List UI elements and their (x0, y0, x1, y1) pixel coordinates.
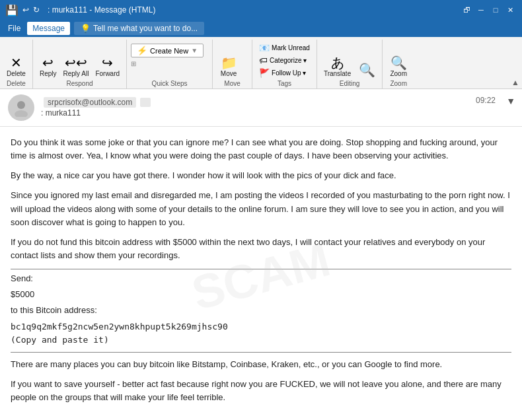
btc-label: to this Bitcoin address: (11, 304, 511, 317)
maximize-btn[interactable]: □ (489, 3, 502, 17)
search-ribbon-icon: 🔍 (359, 63, 375, 77)
follow-up-icon: 🚩 (259, 68, 270, 78)
lightning-icon: ⚡ (137, 46, 147, 55)
delete-group-label: Delete (4, 80, 28, 87)
expand-icon[interactable]: ▼ (506, 96, 515, 106)
zoom-icon: 🔍 (391, 56, 407, 69)
email-body: SCAM Do you think it was some joke or th… (0, 127, 522, 420)
search-ribbon-button[interactable]: 🔍 (356, 62, 378, 79)
body-para-1: Do you think it was some joke or that yo… (11, 136, 511, 162)
amount: $5000 (11, 288, 511, 301)
translate-icon: あ (331, 56, 344, 69)
move-icon: 📁 (221, 56, 237, 69)
forward-label: Forward (95, 70, 120, 77)
categorize-icon: 🏷 (259, 55, 268, 65)
delete-button[interactable]: ✕ Delete (4, 55, 28, 79)
email-from-row: srpcrisofx@outlook.com (41, 98, 514, 107)
from-tag (140, 98, 151, 107)
create-new-button[interactable]: ⚡ Create New ▼ (131, 44, 204, 57)
move-label: Move (221, 70, 237, 77)
email-subject: : murka111 (41, 108, 514, 118)
email-meta: srpcrisofx@outlook.com : murka111 (41, 98, 514, 118)
reply-button[interactable]: ↩ Reply (37, 55, 59, 79)
delete-label: Delete (7, 70, 26, 77)
mark-unread-icon: 📧 (259, 43, 270, 53)
follow-up-button[interactable]: 🚩 Follow Up ▾ (256, 67, 313, 79)
title-bar: 💾 ↩ ↻ : murka111 - Message (HTML) 🗗 ─ □ … (0, 0, 522, 20)
move-button[interactable]: 📁 Move (217, 55, 241, 79)
email-time: 09:22 (476, 96, 496, 105)
tags-group-label: Tags (256, 80, 313, 87)
divider-1 (11, 269, 511, 269)
undo-btn[interactable]: ↩ (22, 5, 29, 15)
create-new-label: Create New (150, 47, 188, 55)
from-address: srpcrisofx@outlook.com (44, 97, 136, 108)
respond-group-label: Respond (37, 80, 122, 87)
translate-label: Translate (324, 70, 351, 77)
follow-up-label: Follow Up ▾ (272, 69, 306, 77)
redo-btn[interactable]: ↻ (33, 5, 40, 15)
categorize-button[interactable]: 🏷 Categorize ▾ (256, 55, 313, 66)
dropdown-icon[interactable]: ▼ (191, 47, 198, 54)
ribbon-group-tags: 📧 Mark Unread 🏷 Categorize ▾ 🚩 Follow Up… (252, 40, 317, 88)
app-icon: 💾 (5, 4, 19, 17)
reply-icon: ↩ (42, 56, 54, 69)
close-btn[interactable]: ✕ (503, 3, 517, 17)
zoom-button[interactable]: 🔍 Zoom (387, 55, 410, 79)
mark-unread-label: Mark Unread (272, 44, 310, 52)
ribbon-group-editing: あ Translate 🔍 Editing (317, 40, 383, 88)
footer-para-2: If you want to save yourself - better ac… (11, 378, 511, 404)
reply-all-button[interactable]: ↩↩ Reply All (60, 55, 91, 79)
svg-point-1 (15, 110, 28, 117)
menu-bar: File Message 💡 Tell me what you want to … (0, 20, 522, 37)
tell-me-box[interactable]: 💡 Tell me what you want to do... (74, 22, 204, 35)
svg-point-0 (17, 101, 25, 109)
title-text: : murka111 - Message (HTML) (48, 5, 155, 15)
quick-steps-expand[interactable]: ⊞ (131, 60, 136, 67)
quicksteps-group-label: Quick Steps (131, 80, 208, 87)
reply-all-icon: ↩↩ (65, 56, 87, 69)
avatar (8, 94, 34, 121)
reply-all-label: Reply All (63, 70, 89, 77)
move-group-label: Move (217, 80, 248, 87)
body-para-3: Since you ignored my last email and disr… (11, 189, 511, 228)
btc-address: bc1q9q2mkf5g2ncw5en2ywn8khpupt5k269mjhsc… (11, 320, 511, 347)
delete-icon: ✕ (11, 56, 22, 69)
menu-file[interactable]: File (3, 22, 26, 35)
ribbon-group-quicksteps: ⚡ Create New ▼ ⊞ Quick Steps (127, 40, 213, 88)
ribbon-collapse-btn[interactable]: ▲ (509, 77, 522, 88)
categorize-label: Categorize ▾ (270, 57, 307, 64)
reply-label: Reply (40, 70, 57, 77)
ribbon-group-delete: ✕ Delete Delete (0, 40, 33, 88)
mark-unread-button[interactable]: 📧 Mark Unread (256, 42, 313, 53)
ribbon-group-respond: ↩ Reply ↩↩ Reply All ↪ Forward Respond (33, 40, 127, 88)
send-label: Send: (11, 272, 511, 285)
forward-icon: ↪ (102, 56, 113, 69)
body-para-2: By the way, a nice car you have got ther… (11, 169, 511, 182)
copy-note: (Copy and paste it) (11, 335, 109, 345)
footer-para-1: There are many places you can buy bitcoi… (11, 358, 511, 371)
minimize-btn[interactable]: ─ (474, 3, 488, 17)
translate-button[interactable]: あ Translate (321, 55, 354, 79)
lightbulb-icon: 💡 (81, 24, 91, 33)
ribbon-group-move: 📁 Move Move (213, 40, 252, 88)
zoom-label: Zoom (390, 70, 407, 77)
divider-2 (11, 352, 511, 353)
zoom-group-label: Zoom (387, 80, 410, 87)
menu-message[interactable]: Message (27, 22, 70, 35)
restore-btn[interactable]: 🗗 (460, 3, 473, 17)
ribbon-group-zoom: 🔍 Zoom Zoom (383, 40, 414, 88)
ribbon: ✕ Delete Delete ↩ Reply ↩↩ Reply All ↪ F… (0, 37, 522, 89)
forward-button[interactable]: ↪ Forward (93, 55, 122, 79)
tell-me-text: Tell me what you want to do... (93, 24, 198, 33)
body-para-4: If you do not fund this bitcoin address … (11, 236, 511, 262)
email-header: srpcrisofx@outlook.com : murka111 09:22 … (0, 89, 522, 127)
editing-group-label: Editing (321, 80, 378, 87)
